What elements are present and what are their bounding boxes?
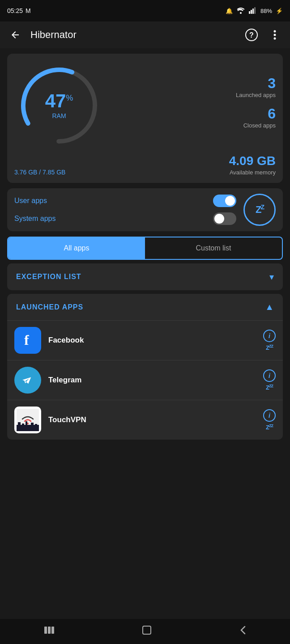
launched-apps-title: Launched apps xyxy=(16,303,83,311)
facebook-zzz: ZZZ xyxy=(266,344,273,351)
hibernate-zzz-icon: ZZ xyxy=(256,203,264,216)
ram-percent-suffix: % xyxy=(66,93,73,102)
user-apps-toggle-thumb xyxy=(225,196,235,206)
app-bar-icons: ? xyxy=(243,27,283,43)
back-button[interactable] xyxy=(7,27,23,43)
telegram-icon xyxy=(14,367,41,394)
exception-list-header[interactable]: Exception list ▾ xyxy=(7,263,283,290)
ram-percent-label: 47% RAM xyxy=(45,92,73,119)
nav-back-button[interactable] xyxy=(239,625,247,638)
closed-apps-stat: 6 Closed apps xyxy=(111,106,276,129)
user-apps-toggle-row: User apps xyxy=(14,195,236,207)
svg-point-8 xyxy=(274,38,276,40)
status-left: 05:25 M xyxy=(7,7,31,14)
status-right: 🔔 88% ⚡ xyxy=(226,7,283,15)
all-apps-segment[interactable]: All apps xyxy=(8,237,145,259)
app-item-touchvpn: TouchVPN i ZZZ xyxy=(7,400,283,440)
app-item-telegram: Telegram i ZZZ xyxy=(7,360,283,400)
facebook-actions: i ZZZ xyxy=(263,330,276,351)
svg-rect-23 xyxy=(143,626,151,634)
svg-rect-19 xyxy=(35,424,37,431)
svg-text:?: ? xyxy=(249,31,254,39)
svg-rect-16 xyxy=(22,424,24,431)
help-button[interactable]: ? xyxy=(243,27,260,43)
telegram-actions: i ZZZ xyxy=(263,369,276,391)
touchvpn-zzz: ZZZ xyxy=(266,424,273,431)
user-apps-toggle[interactable] xyxy=(213,195,236,207)
battery-percent: 88% xyxy=(260,8,272,14)
svg-rect-0 xyxy=(249,11,250,14)
signal-icon xyxy=(249,7,257,15)
status-carrier: M xyxy=(26,7,31,14)
closed-count: 6 xyxy=(111,106,276,122)
launched-apps-chevron: ▲ xyxy=(265,302,274,312)
ram-label: RAM xyxy=(45,112,73,119)
ram-available-section: 4.09 GB Available memory xyxy=(229,154,276,176)
ram-card: 47% RAM 3 Launched apps 6 Closed apps 3.… xyxy=(7,54,283,183)
segment-control: All apps Custom list xyxy=(7,237,283,260)
launched-apps-header[interactable]: Launched apps ▲ xyxy=(7,294,283,320)
launched-apps-stat: 3 Launched apps xyxy=(111,75,276,98)
status-bar: 05:25 M 🔔 88% ⚡ xyxy=(0,0,290,21)
touchvpn-icon xyxy=(14,407,41,433)
launched-apps-section: Launched apps ▲ f Facebook i ZZZ Telegra… xyxy=(7,294,283,440)
system-apps-label: System apps xyxy=(14,215,55,223)
svg-rect-17 xyxy=(26,421,27,431)
system-apps-toggle[interactable] xyxy=(213,212,236,225)
launched-count: 3 xyxy=(111,75,276,92)
hibernate-button[interactable]: ZZ xyxy=(243,194,276,226)
available-label: Available memory xyxy=(229,169,276,176)
ram-percent-value: 47 xyxy=(45,90,66,111)
svg-rect-21 xyxy=(48,627,51,634)
svg-rect-15 xyxy=(18,422,21,431)
ram-used-value: 3.76 GB / 7.85 GB xyxy=(14,169,65,176)
exception-list-chevron: ▾ xyxy=(269,271,274,282)
system-apps-toggle-row: System apps xyxy=(14,212,236,225)
svg-rect-22 xyxy=(51,627,54,634)
facebook-info-button[interactable]: i xyxy=(263,330,276,342)
user-apps-label: User apps xyxy=(14,197,47,205)
toggles-card: User apps System apps ZZ xyxy=(7,188,283,231)
touchvpn-info-button[interactable]: i xyxy=(263,409,276,422)
app-title: Hibernator xyxy=(30,29,236,41)
battery-icon: ⚡ xyxy=(276,8,283,14)
toggles-list: User apps System apps xyxy=(14,195,236,225)
nav-recents-button[interactable] xyxy=(43,626,54,637)
touchvpn-actions: i ZZZ xyxy=(263,409,276,431)
svg-rect-20 xyxy=(44,627,47,634)
exception-list-title: Exception list xyxy=(16,273,81,281)
ram-stats: 3 Launched apps 6 Closed apps xyxy=(111,75,276,136)
nav-home-button[interactable] xyxy=(141,625,152,638)
svg-rect-2 xyxy=(252,8,254,14)
telegram-info-button[interactable]: i xyxy=(263,369,276,382)
svg-text:f: f xyxy=(24,332,29,348)
status-time: 05:25 xyxy=(7,7,23,14)
closed-label: Closed apps xyxy=(111,122,276,129)
telegram-zzz: ZZZ xyxy=(266,384,273,391)
svg-rect-18 xyxy=(31,423,34,431)
svg-point-7 xyxy=(274,34,276,36)
svg-point-6 xyxy=(274,30,276,33)
nav-bar xyxy=(0,619,290,644)
touchvpn-name: TouchVPN xyxy=(48,415,263,424)
launched-label: Launched apps xyxy=(111,92,276,98)
telegram-name: Telegram xyxy=(48,376,263,385)
available-gb: 4.09 GB xyxy=(229,154,276,168)
svg-rect-3 xyxy=(254,7,256,14)
alarm-icon: 🔔 xyxy=(226,8,233,14)
more-options-button[interactable] xyxy=(267,27,283,43)
ram-gauge: 47% RAM xyxy=(14,61,104,150)
custom-list-segment[interactable]: Custom list xyxy=(145,237,282,259)
system-apps-toggle-thumb xyxy=(214,214,224,224)
wifi-icon xyxy=(236,7,245,15)
facebook-icon: f xyxy=(14,327,41,354)
all-apps-label: All apps xyxy=(64,244,90,252)
facebook-name: Facebook xyxy=(48,336,263,345)
custom-list-label: Custom list xyxy=(196,244,231,252)
app-item-facebook: f Facebook i ZZZ xyxy=(7,320,283,360)
svg-rect-1 xyxy=(251,10,252,14)
app-bar: Hibernator ? xyxy=(0,21,290,48)
